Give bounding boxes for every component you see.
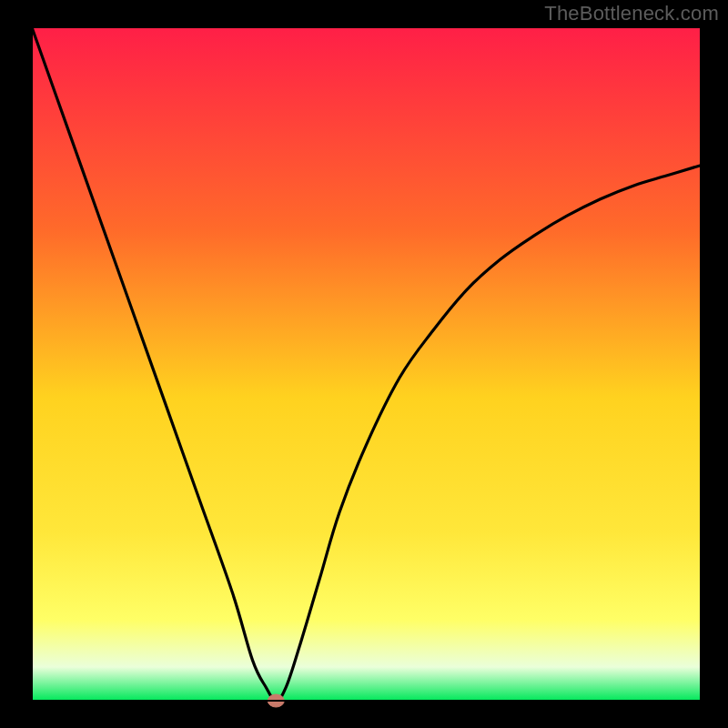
chart-frame: TheBottleneck.com [0, 0, 728, 728]
bottleneck-chart [0, 0, 728, 728]
plot-background [32, 27, 701, 701]
watermark-text: TheBottleneck.com [544, 2, 719, 25]
